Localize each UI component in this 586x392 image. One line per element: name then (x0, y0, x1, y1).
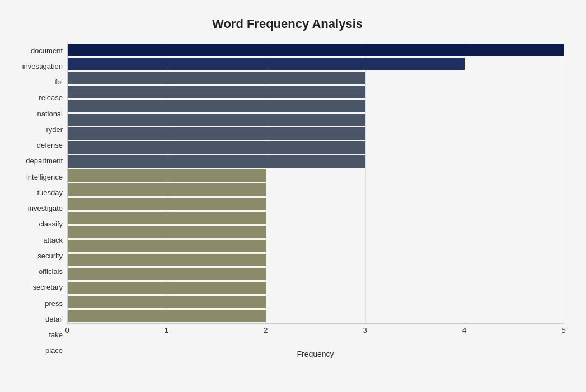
y-label-release: release (11, 90, 63, 106)
y-label-intelligence: intelligence (11, 169, 63, 185)
y-label-investigation: investigation (11, 58, 63, 74)
bar-investigation (68, 58, 465, 70)
y-label-national: national (11, 106, 63, 121)
bar-take (68, 296, 266, 308)
x-tick-2: 2 (264, 326, 268, 334)
bar-detail (68, 282, 266, 294)
y-label-tuesday: tuesday (11, 185, 63, 200)
bar-row-national (68, 99, 564, 112)
bar-secretary (68, 254, 266, 266)
bar-department (68, 141, 365, 154)
bar-row-defense (68, 127, 564, 140)
bars-area (67, 42, 564, 324)
y-label-classify: classify (11, 216, 63, 232)
x-tick-5: 5 (561, 326, 565, 334)
x-axis: 012345 (67, 326, 564, 337)
y-label-defense: defense (11, 138, 63, 153)
bar-row-release (68, 85, 564, 98)
bar-row-officials (68, 239, 564, 253)
bar-row-press (68, 267, 564, 281)
bar-row-security (68, 225, 564, 239)
bar-intelligence (68, 155, 365, 168)
y-label-officials: officials (11, 264, 63, 280)
bar-row-intelligence (68, 155, 564, 168)
bar-investigate (68, 183, 266, 196)
bar-row-detail (68, 281, 564, 295)
y-axis-labels: documentinvestigationfbireleasenationalr… (11, 42, 67, 358)
y-label-investigate: investigate (11, 201, 63, 216)
y-label-place: place (11, 343, 63, 358)
bar-row-classify (68, 197, 564, 211)
x-tick-3: 3 (363, 326, 367, 334)
bar-defense (68, 127, 365, 140)
bar-row-take (68, 295, 564, 309)
y-label-detail: detail (11, 311, 63, 327)
bar-row-department (68, 141, 564, 154)
bar-fbi (68, 72, 365, 84)
bar-row-ryder (68, 113, 564, 126)
bar-place (68, 310, 266, 322)
bar-officials (68, 240, 266, 252)
x-tick-4: 4 (462, 326, 466, 334)
bar-row-attack (68, 211, 564, 225)
bar-ryder (68, 114, 365, 126)
bar-row-place (68, 309, 564, 323)
x-axis-label: Frequency (67, 350, 564, 358)
chart-container: Word Frequency Analysis documentinvestig… (0, 0, 586, 392)
bar-row-document (68, 43, 564, 56)
bar-release (68, 86, 365, 98)
bar-attack (68, 212, 266, 224)
bar-security (68, 226, 266, 238)
bar-document (68, 44, 564, 56)
y-label-attack: attack (11, 232, 63, 248)
y-label-security: security (11, 248, 63, 263)
bar-row-investigation (68, 57, 564, 70)
bar-tuesday (68, 169, 266, 182)
chart-title: Word Frequency Analysis (11, 11, 564, 31)
grid-line (564, 42, 564, 323)
bar-national (68, 100, 365, 112)
bar-row-investigate (68, 183, 564, 196)
bar-row-fbi (68, 71, 564, 84)
x-tick-0: 0 (65, 326, 69, 334)
y-label-fbi: fbi (11, 74, 63, 90)
y-label-document: document (11, 42, 63, 58)
y-label-press: press (11, 295, 63, 311)
bar-classify (68, 198, 266, 210)
y-label-ryder: ryder (11, 121, 63, 137)
bar-press (68, 268, 266, 280)
chart-area: documentinvestigationfbireleasenationalr… (11, 42, 564, 358)
y-label-secretary: secretary (11, 280, 63, 295)
y-label-department: department (11, 153, 63, 169)
y-label-take: take (11, 327, 63, 343)
x-tick-1: 1 (165, 326, 168, 334)
bar-row-tuesday (68, 169, 564, 182)
bar-row-secretary (68, 253, 564, 267)
